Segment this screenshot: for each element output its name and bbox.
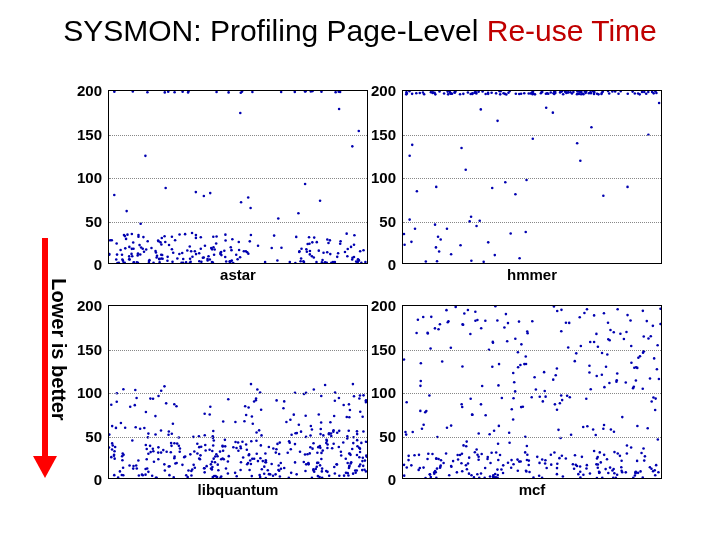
svg-point-1090 [538, 475, 541, 478]
svg-point-108 [116, 253, 119, 256]
svg-point-1122 [624, 381, 627, 384]
svg-point-84 [351, 145, 354, 148]
svg-point-932 [524, 451, 527, 454]
svg-point-960 [642, 335, 645, 338]
svg-point-400 [490, 91, 493, 94]
svg-point-1105 [643, 459, 646, 462]
svg-point-298 [562, 93, 565, 96]
svg-point-650 [215, 453, 218, 456]
svg-point-730 [262, 460, 265, 463]
svg-point-425 [495, 92, 498, 95]
svg-point-813 [349, 462, 352, 465]
svg-point-873 [605, 365, 608, 368]
svg-point-1142 [579, 465, 582, 468]
svg-point-253 [315, 241, 318, 244]
svg-point-524 [320, 458, 323, 461]
svg-point-463 [304, 414, 307, 417]
svg-point-272 [411, 144, 414, 147]
svg-point-1043 [558, 457, 561, 460]
svg-point-623 [313, 388, 316, 391]
svg-point-713 [288, 476, 291, 478]
svg-point-1095 [512, 397, 515, 400]
svg-point-985 [629, 319, 632, 322]
svg-point-467 [362, 430, 365, 433]
svg-point-823 [320, 421, 323, 424]
svg-point-921 [517, 366, 520, 369]
svg-point-1119 [460, 462, 463, 465]
svg-point-1167 [642, 351, 645, 354]
svg-point-904 [597, 345, 600, 348]
svg-point-338 [576, 93, 579, 96]
svg-point-825 [290, 472, 293, 475]
svg-point-76 [353, 243, 356, 246]
svg-point-907 [517, 351, 520, 354]
svg-point-509 [119, 470, 122, 473]
svg-point-1229 [658, 378, 661, 381]
svg-point-223 [306, 250, 309, 253]
svg-point-364 [422, 91, 425, 94]
svg-point-537 [216, 463, 219, 466]
svg-point-972 [601, 352, 604, 355]
svg-point-747 [285, 421, 288, 424]
svg-point-738 [344, 458, 347, 461]
svg-point-1035 [603, 424, 606, 427]
svg-point-896 [596, 456, 599, 459]
svg-point-77 [195, 253, 198, 256]
svg-point-1041 [480, 327, 483, 330]
svg-point-1156 [603, 312, 606, 315]
svg-point-1195 [574, 454, 577, 457]
svg-point-445 [176, 442, 179, 445]
svg-point-935 [595, 375, 598, 378]
svg-point-507 [109, 433, 111, 436]
svg-point-1235 [635, 366, 638, 369]
svg-point-510 [348, 403, 351, 406]
ytick-label: 50 [379, 212, 396, 229]
ytick-label: 100 [77, 169, 102, 186]
svg-point-1081 [535, 388, 538, 391]
svg-point-884 [507, 322, 510, 325]
svg-point-89 [289, 261, 292, 263]
svg-point-1005 [446, 426, 449, 429]
svg-point-152 [277, 217, 280, 220]
svg-point-601 [122, 388, 125, 391]
svg-point-83 [194, 250, 197, 253]
svg-point-530 [135, 467, 138, 470]
svg-point-617 [346, 437, 349, 440]
svg-point-1130 [419, 380, 422, 383]
svg-point-737 [306, 453, 309, 456]
svg-point-1127 [407, 459, 410, 462]
svg-point-654 [194, 466, 197, 469]
svg-point-1029 [544, 459, 547, 462]
svg-point-1085 [550, 453, 553, 456]
svg-point-1185 [466, 468, 469, 471]
ytick-label: 50 [379, 427, 396, 444]
svg-point-153 [200, 261, 203, 263]
svg-point-436 [475, 225, 478, 228]
svg-point-1225 [652, 325, 655, 328]
svg-point-234 [148, 259, 151, 262]
svg-point-771 [184, 455, 187, 458]
svg-point-929 [640, 452, 643, 455]
svg-point-521 [212, 439, 215, 442]
svg-point-1091 [589, 341, 592, 344]
svg-point-564 [251, 423, 254, 426]
svg-point-767 [237, 449, 240, 452]
svg-point-1153 [601, 477, 604, 478]
svg-point-1088 [580, 345, 583, 348]
svg-point-838 [348, 467, 351, 470]
ytick-label: 100 [77, 384, 102, 401]
svg-point-847 [138, 474, 141, 477]
svg-point-954 [439, 467, 442, 470]
svg-point-1128 [597, 466, 600, 469]
svg-point-914 [619, 332, 622, 335]
svg-point-190 [190, 250, 193, 253]
svg-point-639 [255, 440, 258, 443]
svg-point-755 [132, 467, 135, 470]
svg-point-1138 [429, 473, 432, 476]
svg-point-922 [522, 405, 525, 408]
gridline [109, 178, 367, 179]
ytick-label: 200 [77, 82, 102, 99]
svg-point-435 [415, 92, 418, 95]
svg-point-1093 [405, 401, 408, 404]
svg-point-158 [329, 253, 332, 256]
